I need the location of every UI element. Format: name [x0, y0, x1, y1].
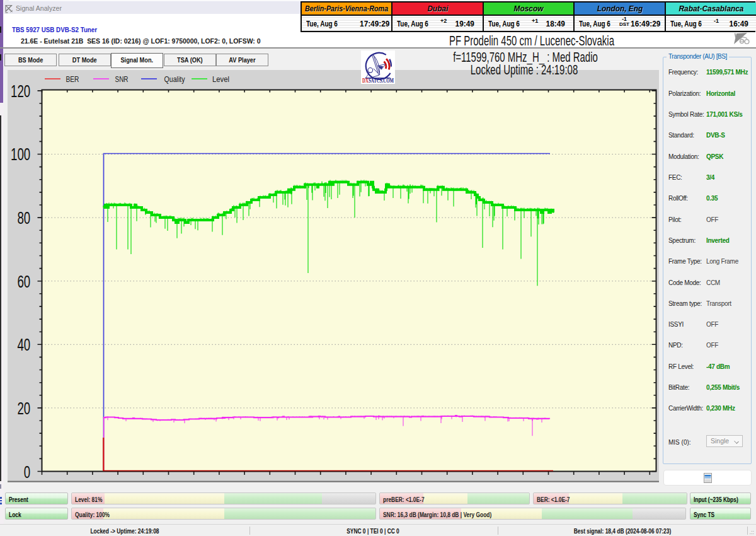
svg-text:80: 80 — [17, 208, 30, 228]
svg-text:BER: BER — [66, 74, 79, 84]
svg-text:DXSATCS.COM: DXSATCS.COM — [362, 78, 394, 84]
svg-text:20: 20 — [17, 399, 30, 418]
svg-text:Level: Level — [212, 74, 229, 84]
svg-text:SNR: SNR — [115, 74, 129, 84]
svg-text:120: 120 — [11, 81, 30, 101]
svg-text:40: 40 — [17, 335, 30, 354]
svg-text:60: 60 — [17, 272, 30, 291]
svg-text:Quality: Quality — [164, 74, 185, 84]
svg-text:100: 100 — [11, 144, 30, 164]
svg-text:0: 0 — [24, 462, 30, 482]
